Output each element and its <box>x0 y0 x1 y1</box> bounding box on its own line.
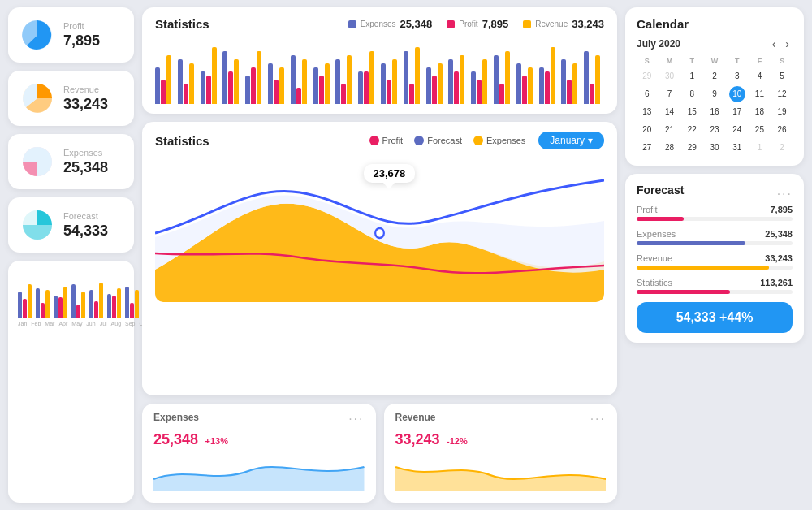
revenue-value: 33,243 <box>63 96 108 113</box>
small-bar <box>130 303 134 318</box>
calendar-day[interactable]: 10 <box>729 86 745 102</box>
profit-info: Profit 7,895 <box>63 21 100 50</box>
bar <box>335 59 340 104</box>
calendar-day[interactable]: 22 <box>681 122 702 138</box>
bar <box>296 88 301 104</box>
calendar-month: July 2020 <box>637 38 680 50</box>
calendar-day[interactable]: 28 <box>659 140 680 156</box>
bar-group <box>494 51 514 104</box>
bar <box>245 76 250 104</box>
line-legend-label: Profit <box>382 136 404 145</box>
bar-group <box>291 55 311 104</box>
bar-group <box>245 51 266 104</box>
calendar-day[interactable]: 6 <box>637 86 658 102</box>
line-legend-label: Forecast <box>427 136 462 145</box>
forecast-row: Statistics 113,261 <box>637 278 793 294</box>
revenue-menu[interactable]: ··· <box>590 412 606 426</box>
forecast-row-val: 113,261 <box>760 278 793 287</box>
calendar-day[interactable]: 5 <box>771 68 793 84</box>
small-bar <box>36 288 40 318</box>
forecast-total-btn[interactable]: 54,333 +44% <box>637 302 793 333</box>
profit-card: Profit 7,895 <box>8 7 134 63</box>
line-legend: Profit Forecast Expenses <box>369 136 526 145</box>
legend-item: Profit 7,895 <box>447 18 508 30</box>
bar <box>201 71 205 104</box>
expenses-menu[interactable]: ··· <box>348 412 364 426</box>
calendar-day[interactable]: 11 <box>749 86 771 102</box>
calendar-day[interactable]: 8 <box>681 86 702 102</box>
bar <box>166 55 171 104</box>
calendar-day[interactable]: 21 <box>659 122 680 138</box>
statistics-title: Statistics <box>155 17 209 31</box>
bar-group <box>539 47 559 104</box>
calendar-day[interactable]: 18 <box>749 104 771 120</box>
calendar-day[interactable]: 4 <box>749 68 771 84</box>
chart-tooltip: 23,678 <box>364 164 416 183</box>
statistics-line-title: Statistics <box>155 134 209 148</box>
calendar-day[interactable]: 30 <box>704 140 725 156</box>
expenses-card: Expenses 25,348 <box>8 134 134 189</box>
forecast-row: Profit 7,895 <box>637 205 793 221</box>
calendar-day[interactable]: 2 <box>704 68 725 84</box>
month-label: Sep <box>125 321 135 326</box>
small-bar <box>89 290 93 318</box>
bar <box>460 55 464 104</box>
calendar-day[interactable]: 3 <box>727 68 748 84</box>
small-bar-group <box>18 284 32 318</box>
calendar-day[interactable]: 12 <box>771 86 793 102</box>
line-legend-label: Expenses <box>486 136 525 145</box>
calendar-day[interactable]: 23 <box>704 122 725 138</box>
calendar-day[interactable]: 31 <box>727 140 748 156</box>
forecast-metric-value: 54,333 <box>63 223 108 240</box>
calendar-day-header: W <box>704 55 725 67</box>
calendar-day[interactable]: 7 <box>659 86 680 102</box>
forecast-metric-card: Forecast 54,333 <box>8 197 134 253</box>
calendar-day[interactable]: 25 <box>749 122 771 138</box>
calendar-day[interactable]: 26 <box>771 122 793 138</box>
calendar-next-btn[interactable]: › <box>782 37 793 50</box>
forecast-row-val: 7,895 <box>770 205 793 214</box>
month-dropdown[interactable]: January ▾ <box>538 132 604 149</box>
small-bar <box>23 299 27 318</box>
bar <box>206 76 211 104</box>
forecast-row: Expenses 25,348 <box>637 229 793 245</box>
calendar-day[interactable]: 14 <box>659 104 680 120</box>
calendar-day[interactable]: 19 <box>771 104 793 120</box>
calendar-day[interactable]: 20 <box>637 122 658 138</box>
bar <box>302 59 307 104</box>
forecast-menu[interactable]: ··· <box>777 187 793 201</box>
bar <box>539 67 544 104</box>
calendar-day[interactable]: 16 <box>704 104 725 120</box>
revenue-mini-card: Revenue ··· 33,243 -12% <box>384 404 618 503</box>
calendar-day[interactable]: 1 <box>681 68 702 84</box>
calendar-prev-btn[interactable]: ‹ <box>769 37 780 50</box>
calendar-day[interactable]: 15 <box>681 104 702 120</box>
calendar-day[interactable]: 9 <box>704 86 725 102</box>
calendar-day[interactable]: 13 <box>637 104 658 120</box>
revenue-card: Revenue 33,243 <box>8 71 134 126</box>
bar-group <box>335 55 356 104</box>
bar-group <box>222 51 243 104</box>
calendar-day[interactable]: 17 <box>727 104 748 120</box>
bar <box>505 51 510 104</box>
bottom-middle-row: Expenses ··· 25,348 +13% Revenue ··· <box>142 404 617 503</box>
profit-label: Profit <box>63 21 100 31</box>
bar <box>392 59 397 104</box>
calendar-day[interactable]: 29 <box>681 140 702 156</box>
calendar-day[interactable]: 29 <box>637 68 658 84</box>
calendar-day[interactable]: 30 <box>659 68 680 84</box>
calendar-day[interactable]: 2 <box>771 140 793 156</box>
bar <box>448 59 453 104</box>
expenses-icon <box>19 144 55 179</box>
month-label: Jul <box>100 321 107 326</box>
bar-group <box>178 59 198 104</box>
forecast-row-label: Expenses <box>637 229 676 239</box>
calendar-day[interactable]: 1 <box>749 140 771 156</box>
calendar-day[interactable]: 27 <box>637 140 658 156</box>
calendar-day[interactable]: 24 <box>727 122 748 138</box>
bar-group <box>155 55 175 104</box>
small-bar-group <box>125 287 139 318</box>
calendar-day-header: M <box>659 55 680 67</box>
middle-column: Statistics Expenses 25,348 Profit 7,895 … <box>142 7 617 503</box>
bar-group <box>404 47 424 104</box>
